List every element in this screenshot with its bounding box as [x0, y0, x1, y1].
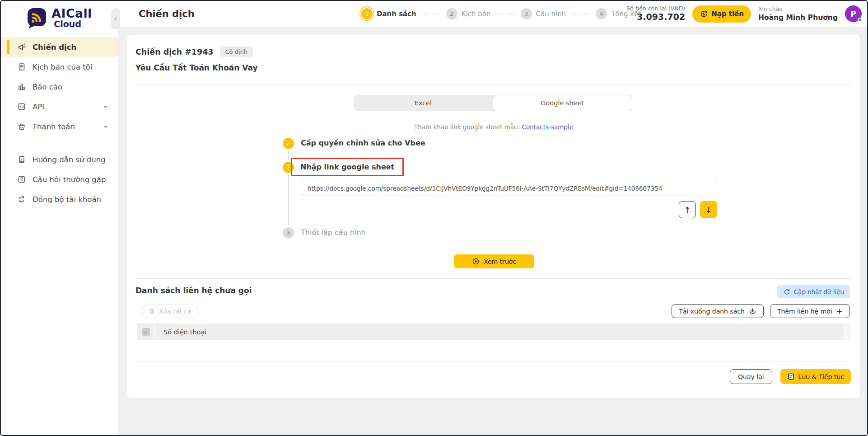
- save-continue-label: Lưu & Tiếp tục: [798, 373, 844, 380]
- check-icon: ✓: [286, 140, 291, 147]
- step-number: 1: [361, 8, 373, 19]
- move-down-button[interactable]: ↓: [700, 201, 717, 218]
- preview-label: Xem trước: [484, 258, 516, 265]
- sidebar-item-huong-dan[interactable]: Hướng dẫn sử dụng: [1, 150, 118, 169]
- guide-icon: [17, 155, 26, 164]
- delete-all-label: Xóa tất cả: [159, 308, 191, 315]
- contacts-table-header: ✓ Số điện thoại: [137, 323, 851, 340]
- sidebar-item-label: Thanh toán: [33, 122, 75, 131]
- stepper-step-tong-ket[interactable]: 4 Tổng kết: [596, 8, 641, 19]
- download-list-label: Tải xuống danh sách: [679, 308, 745, 315]
- sidebar-item-label: Chiến dịch: [33, 43, 76, 52]
- download-icon: [749, 307, 756, 315]
- divider: [135, 278, 852, 279]
- topup-label: Nạp tiền: [711, 10, 744, 18]
- svg-text:$: $: [702, 12, 705, 16]
- sample-link[interactable]: Contacts-sample: [522, 123, 573, 131]
- plus-icon: +: [836, 307, 843, 316]
- step-label: Kịch bản: [462, 10, 491, 18]
- brand-text: AICall Cloud: [51, 7, 92, 29]
- save-continue-button[interactable]: Lưu & Tiếp tục: [780, 369, 851, 384]
- step-label: Cấu hình: [536, 10, 566, 18]
- stepper-step-danh-sach[interactable]: 1 Danh sách: [361, 8, 416, 19]
- step-connector: [288, 150, 289, 160]
- tab-google-sheet[interactable]: Google sheet: [493, 95, 633, 111]
- table-checkbox-cell: ✓: [137, 323, 154, 340]
- sidebar-item-label: API: [33, 103, 44, 111]
- google-sheet-url-input[interactable]: [301, 181, 716, 196]
- document-icon: [787, 373, 795, 380]
- step-number: 2: [446, 8, 457, 19]
- sidebar-item-label: Đồng bộ tài khoản: [33, 195, 101, 204]
- api-icon: [17, 102, 26, 111]
- sidebar-item-label: Câu hỏi thường gặp: [33, 175, 106, 184]
- contacts-section-title: Danh sách liên hệ chưa gọi: [135, 286, 252, 295]
- check-icon: ✓: [144, 329, 148, 335]
- sidebar-nav: Chiến dịch Kịch bản của tôi Báo cáo: [1, 37, 118, 209]
- stepper-step-cau-hinh[interactable]: 3 Cấu hình: [521, 8, 566, 19]
- payment-icon: [17, 122, 26, 131]
- brand-name: AICall: [51, 7, 92, 20]
- sidebar-item-bao-cao[interactable]: Báo cáo: [1, 77, 118, 97]
- script-icon: [17, 62, 26, 71]
- step-connector: [288, 175, 289, 225]
- sidebar-collapse-button[interactable]: ‹: [111, 8, 120, 29]
- sidebar-item-thanh-toan[interactable]: Thanh toán: [1, 117, 118, 136]
- page-title: Chiến dịch: [139, 9, 195, 19]
- divider: [135, 361, 852, 361]
- logo-bubble-icon: [27, 7, 47, 29]
- column-header-phone: Số điện thoại: [155, 323, 844, 340]
- refresh-data-button[interactable]: Cập nhật dữ liệu: [777, 285, 850, 298]
- report-icon: [17, 82, 26, 91]
- download-list-button[interactable]: Tải xuống danh sách: [672, 304, 764, 318]
- brand-subname: Cloud: [51, 20, 92, 29]
- preview-button[interactable]: Xem trước: [454, 254, 534, 268]
- move-up-button[interactable]: ↑: [679, 201, 696, 218]
- eye-icon: [472, 258, 480, 265]
- tab-excel[interactable]: Excel: [354, 95, 493, 111]
- back-button[interactable]: Quay lại: [730, 369, 772, 384]
- avatar-letter: P: [850, 9, 856, 19]
- faq-icon: [17, 175, 26, 184]
- sidebar-item-api[interactable]: API: [1, 97, 118, 117]
- online-status-dot: [858, 18, 862, 22]
- main-content: Chiến dịch #1943 Cố định Yêu Cầu Tất Toá…: [118, 27, 867, 435]
- footer-actions: Quay lại Lưu & Tiếp tục: [730, 369, 851, 384]
- avatar[interactable]: P: [845, 5, 862, 22]
- trash-icon: [148, 308, 155, 315]
- sidebar-item-dong-bo[interactable]: Đồng bộ tài khoản: [1, 189, 118, 209]
- add-contact-button[interactable]: Thêm liên hệ mới +: [770, 304, 850, 318]
- step-divider: [570, 14, 591, 14]
- back-label: Quay lại: [738, 373, 764, 380]
- sidebar: AICall Cloud Chiến dịch Kịch bản của: [1, 1, 118, 435]
- sidebar-item-label: Báo cáo: [33, 83, 62, 91]
- arrow-down-icon: ↓: [705, 205, 712, 215]
- header-right-group: Số tiền còn lại (VND) 3.093.702 $ Nạp ti…: [626, 5, 867, 23]
- sidebar-item-cau-hoi[interactable]: Câu hỏi thường gặp: [1, 169, 118, 189]
- topup-button[interactable]: $ Nạp tiền: [692, 5, 751, 23]
- refresh-icon: [783, 288, 790, 295]
- user-name: Hoàng Minh Phương: [758, 13, 838, 22]
- highlight-red-box: Nhập link google sheet: [291, 158, 404, 176]
- step-divider: [495, 14, 516, 14]
- step-label: Tổng kết: [611, 10, 641, 18]
- step-label: Danh sách: [377, 10, 416, 18]
- chevron-down-icon: [103, 103, 109, 110]
- sidebar-item-chien-dich[interactable]: Chiến dịch: [1, 37, 118, 57]
- chevron-down-icon: [103, 123, 109, 130]
- campaign-type-badge: Cố định: [220, 47, 253, 57]
- campaign-subtitle: Yêu Cầu Tất Toán Khoản Vay: [135, 63, 258, 72]
- table-header-spacer: [845, 323, 851, 340]
- delete-all-button[interactable]: Xóa tất cả: [141, 305, 198, 318]
- stepper-step-kich-ban[interactable]: 2 Kịch bản: [446, 8, 491, 19]
- sample-hint-text: Tham khảo link google sheet mẫu:: [414, 123, 520, 131]
- top-header: Chiến dịch 1 Danh sách 2 Kịch bản 3 Cấu …: [118, 1, 867, 27]
- step2-label: Nhập link google sheet: [300, 163, 394, 171]
- step-number: 4: [596, 8, 607, 19]
- arrow-up-icon: ↑: [684, 205, 691, 215]
- divider: [135, 84, 852, 85]
- sidebar-item-kich-ban[interactable]: Kịch bản của tôi: [1, 57, 118, 77]
- add-contact-label: Thêm liên hệ mới: [777, 308, 832, 315]
- step-divider: [421, 14, 442, 14]
- select-all-checkbox[interactable]: ✓: [142, 328, 150, 336]
